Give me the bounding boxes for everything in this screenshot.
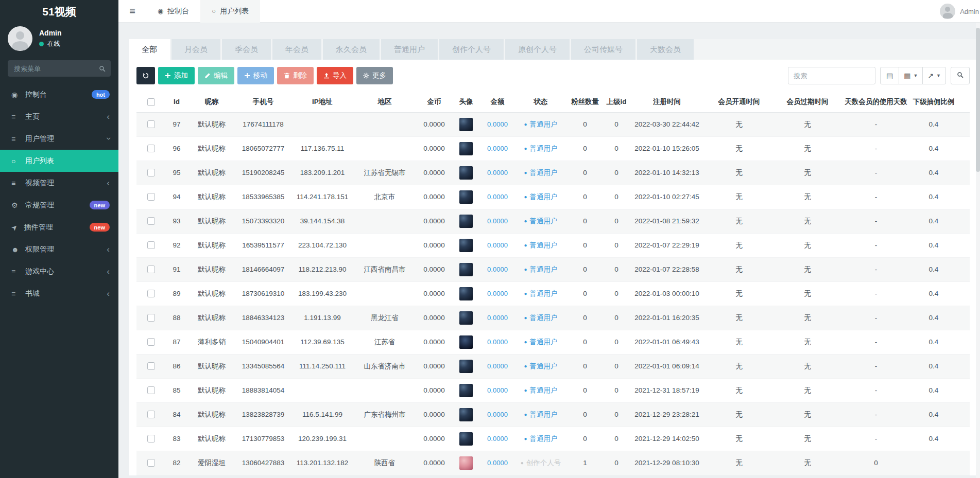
export-button[interactable]: ↗▼	[922, 67, 946, 84]
user-avatar-image[interactable]	[459, 360, 473, 373]
user-avatar-image[interactable]	[459, 432, 473, 446]
row-checkbox[interactable]	[147, 386, 155, 394]
filter-tab[interactable]: 普通用户	[381, 39, 438, 60]
column-header[interactable]: 地区	[354, 92, 416, 112]
amount-link[interactable]: 0.0000	[487, 120, 508, 128]
row-checkbox[interactable]	[147, 362, 155, 370]
table-search-input[interactable]	[788, 67, 875, 84]
user-avatar-image[interactable]	[459, 118, 473, 131]
sidebar-item-home[interactable]: ≡ 主页 ‹	[0, 105, 118, 128]
column-header[interactable]: 天数会员的使用天数	[842, 92, 910, 112]
row-checkbox[interactable]	[147, 411, 155, 418]
user-avatar-image[interactable]	[459, 166, 473, 180]
sidebar-item-general-mgmt[interactable]: ⚙ 常规管理 new	[0, 194, 118, 216]
sidebar-item-auth-mgmt[interactable]: ☻ 权限管理 ‹	[0, 238, 118, 260]
filter-tab[interactable]: 创作个人号	[439, 39, 504, 60]
topbar-tab-user-list[interactable]: ○ 用户列表	[200, 0, 260, 23]
column-header[interactable]: 昵称	[188, 92, 235, 112]
detail-view-button[interactable]: ▤	[880, 67, 899, 84]
filter-tab[interactable]: 全部	[129, 39, 170, 60]
sidebar-item-book-city[interactable]: ≡ 书城 ‹	[0, 282, 118, 305]
filter-tab[interactable]: 公司传媒号	[571, 39, 635, 60]
add-button[interactable]: 添加	[158, 67, 195, 84]
amount-link[interactable]: 0.0000	[487, 217, 508, 225]
move-button[interactable]: 移动	[237, 67, 274, 84]
user-avatar-image[interactable]	[459, 384, 473, 397]
sidebar-search-input[interactable]	[8, 60, 111, 77]
menu-toggle-icon[interactable]: ≡	[118, 5, 146, 17]
page-scrollbar[interactable]	[976, 23, 980, 478]
amount-link[interactable]: 0.0000	[487, 290, 508, 297]
filter-tab[interactable]: 永久会员	[323, 39, 380, 60]
columns-button[interactable]: ▦▼	[899, 67, 923, 84]
amount-link[interactable]: 0.0000	[487, 145, 508, 152]
scrollbar-thumb[interactable]	[976, 28, 980, 172]
column-header[interactable]: IP地址	[291, 92, 354, 112]
column-header[interactable]: 手机号	[235, 92, 291, 112]
column-header[interactable]: 金币	[416, 92, 453, 112]
row-checkbox[interactable]	[147, 435, 155, 442]
amount-link[interactable]: 0.0000	[487, 241, 508, 249]
amount-link[interactable]: 0.0000	[487, 193, 508, 201]
edit-button[interactable]: 编辑	[198, 67, 234, 84]
row-checkbox[interactable]	[147, 241, 155, 249]
amount-link[interactable]: 0.0000	[487, 411, 508, 418]
row-checkbox[interactable]	[147, 120, 155, 128]
user-avatar-image[interactable]	[459, 311, 473, 325]
user-avatar-image[interactable]	[459, 142, 473, 155]
topbar-tab-console[interactable]: ◉ 控制台	[146, 0, 200, 23]
user-avatar-image[interactable]	[459, 263, 473, 276]
column-header[interactable]: 注册时间	[629, 92, 705, 112]
user-avatar-image[interactable]	[459, 408, 473, 421]
amount-link[interactable]: 0.0000	[487, 386, 508, 394]
user-avatar-image[interactable]	[459, 215, 473, 228]
sidebar-item-plugin-mgmt[interactable]: ➤ 插件管理 new	[0, 216, 118, 238]
user-avatar-image[interactable]	[459, 335, 473, 349]
filter-tab[interactable]: 年会员	[272, 39, 321, 60]
topbar-user-menu[interactable]: Admin	[940, 0, 979, 23]
user-avatar-image[interactable]	[459, 190, 473, 204]
column-header[interactable]: 下级抽佣比例	[910, 92, 957, 112]
amount-link[interactable]: 0.0000	[487, 338, 508, 346]
sidebar-item-game-center[interactable]: ≡ 游戏中心 ‹	[0, 260, 118, 282]
row-checkbox[interactable]	[147, 314, 155, 322]
filter-tab[interactable]: 季会员	[222, 39, 271, 60]
refresh-button[interactable]	[136, 67, 155, 84]
delete-button[interactable]: 删除	[277, 67, 314, 84]
column-header[interactable]: 会员开通时间	[705, 92, 773, 112]
column-header[interactable]: 0=停	[957, 92, 970, 112]
select-all-checkbox[interactable]	[147, 98, 155, 106]
column-header[interactable]: Id	[165, 92, 188, 112]
amount-link[interactable]: 0.0000	[487, 435, 508, 442]
more-button[interactable]: 更多	[356, 67, 393, 84]
amount-link[interactable]: 0.0000	[487, 459, 508, 467]
column-header[interactable]: 上级id	[604, 92, 629, 112]
row-checkbox[interactable]	[147, 265, 155, 273]
column-header[interactable]: 粉丝数量	[566, 92, 604, 112]
row-checkbox[interactable]	[147, 338, 155, 346]
user-avatar-image[interactable]	[459, 456, 473, 470]
filter-tab[interactable]: 原创个人号	[505, 39, 570, 60]
sidebar-item-video-mgmt[interactable]: ≡ 视频管理 ‹	[0, 172, 118, 194]
amount-link[interactable]: 0.0000	[487, 265, 508, 273]
filter-tab[interactable]: 月会员	[171, 39, 220, 60]
column-header[interactable]: 头像	[453, 92, 479, 112]
sidebar-item-user-mgmt[interactable]: ≡ 用户管理 ‹	[0, 128, 118, 150]
row-checkbox[interactable]	[147, 145, 155, 152]
row-checkbox[interactable]	[147, 217, 155, 225]
user-avatar-image[interactable]	[459, 239, 473, 252]
row-checkbox[interactable]	[147, 169, 155, 176]
import-button[interactable]: 导入	[317, 67, 353, 84]
advanced-search-button[interactable]	[951, 67, 970, 84]
row-checkbox[interactable]	[147, 290, 155, 297]
amount-link[interactable]: 0.0000	[487, 314, 508, 322]
row-checkbox[interactable]	[147, 193, 155, 201]
sidebar-item-user-list[interactable]: ○ 用户列表	[0, 150, 118, 172]
column-header[interactable]: 状态	[515, 92, 566, 112]
row-checkbox[interactable]	[147, 459, 155, 467]
column-header[interactable]: 会员过期时间	[773, 92, 842, 112]
amount-link[interactable]: 0.0000	[487, 169, 508, 176]
filter-tab[interactable]: 天数会员	[637, 39, 694, 60]
amount-link[interactable]: 0.0000	[487, 362, 508, 370]
column-header[interactable]: 金额	[479, 92, 515, 112]
